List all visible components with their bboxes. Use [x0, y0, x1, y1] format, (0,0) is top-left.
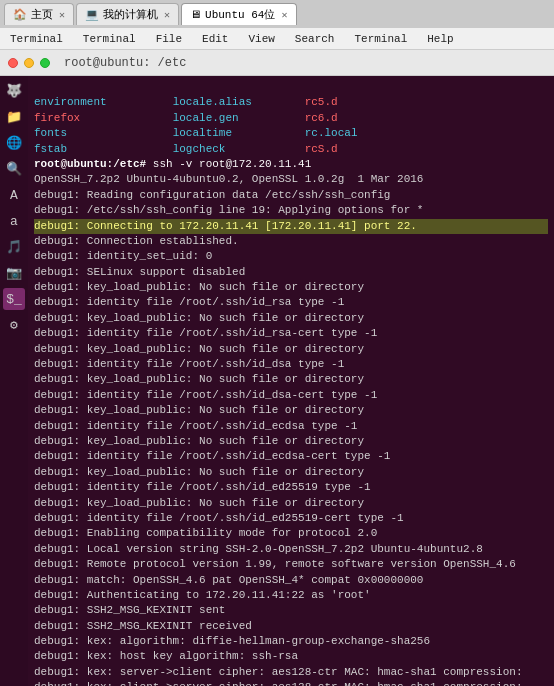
minimize-button[interactable] — [24, 58, 34, 68]
menu-edit[interactable]: Edit — [198, 31, 232, 47]
debug-key2: debug1: key_load_public: No such file or… — [34, 311, 548, 326]
terminal-titlebar: root@ubuntu: /etc — [0, 50, 554, 76]
tab-ubuntu-close[interactable]: ✕ — [281, 9, 287, 21]
tab-ubuntu-label: Ubuntu 64位 — [205, 7, 275, 22]
menu-terminal3[interactable]: Terminal — [350, 31, 411, 47]
debug-idf1: debug1: identity file /root/.ssh/id_rsa … — [34, 295, 548, 310]
command-line: root@ubuntu:/etc# ssh -v root@172.20.11.… — [34, 157, 548, 172]
menu-bar: Terminal Terminal File Edit View Search … — [0, 28, 554, 50]
terminal-title: root@ubuntu: /etc — [64, 56, 186, 70]
openssh-version: OpenSSH_7.2p2 Ubuntu-4ubuntu0.2, OpenSSL… — [34, 172, 548, 187]
home-icon: 🏠 — [13, 8, 27, 21]
maximize-button[interactable] — [40, 58, 50, 68]
tab-mycomputer-label: 我的计算机 — [103, 7, 158, 22]
debug-key3: debug1: key_load_public: No such file or… — [34, 342, 548, 357]
debug-kexinit-sent: debug1: SSH2_MSG_KEXINIT sent — [34, 603, 548, 618]
debug-auth: debug1: Authenticating to 172.20.11.41:2… — [34, 588, 548, 603]
debug-s2c: debug1: kex: server->client cipher: aes1… — [34, 665, 548, 680]
sidebar: 🐺 📁 🌐 🔍 A a 🎵 📷 $_ ⚙ — [0, 76, 28, 686]
debug-kexinit-recv: debug1: SSH2_MSG_KEXINIT received — [34, 619, 548, 634]
debug-c2s: debug1: kex: client->server cipher: aes1… — [34, 680, 548, 686]
menu-view[interactable]: View — [244, 31, 278, 47]
sidebar-icon-7[interactable]: 📷 — [3, 262, 25, 284]
debug-localver: debug1: Local version string SSH-2.0-Ope… — [34, 542, 548, 557]
ubuntu-icon: 🖥 — [190, 8, 201, 21]
main-layout: 🐺 📁 🌐 🔍 A a 🎵 📷 $_ ⚙ environment locale.… — [0, 76, 554, 686]
debug-connecting: debug1: Connecting to 172.20.11.41 [172.… — [34, 219, 548, 234]
tab-ubuntu[interactable]: 🖥 Ubuntu 64位 ✕ — [181, 3, 296, 25]
debug-match: debug1: match: OpenSSH_4.6 pat OpenSSH_4… — [34, 573, 548, 588]
debug-host-key-alg: debug1: kex: host key algorithm: ssh-rsa — [34, 649, 548, 664]
menu-help[interactable]: Help — [423, 31, 457, 47]
debug-key7: debug1: key_load_public: No such file or… — [34, 465, 548, 480]
menu-terminal[interactable]: Terminal — [6, 31, 67, 47]
debug-config: debug1: Reading configuration data /etc/… — [34, 188, 548, 203]
debug-key5: debug1: key_load_public: No such file or… — [34, 403, 548, 418]
sidebar-icon-terminal[interactable]: $_ — [3, 288, 25, 310]
sidebar-icon-settings[interactable]: ⚙ — [3, 314, 25, 336]
debug-uid: debug1: identity_set_uid: 0 — [34, 249, 548, 264]
menu-file[interactable]: File — [152, 31, 186, 47]
menu-terminal2[interactable]: Terminal — [79, 31, 140, 47]
menu-search[interactable]: Search — [291, 31, 339, 47]
debug-compat: debug1: Enabling compatibility mode for … — [34, 526, 548, 541]
sidebar-icon-amazon[interactable]: a — [3, 210, 25, 232]
tab-mycomputer-close[interactable]: ✕ — [164, 9, 170, 21]
debug-idf7: debug1: identity file /root/.ssh/id_ed25… — [34, 480, 548, 495]
debug-key1: debug1: key_load_public: No such file or… — [34, 280, 548, 295]
sidebar-icon-6[interactable]: 🎵 — [3, 236, 25, 258]
close-button[interactable] — [8, 58, 18, 68]
tab-bar: 🏠 主页 ✕ 💻 我的计算机 ✕ 🖥 Ubuntu 64位 ✕ — [0, 0, 554, 28]
debug-idf3: debug1: identity file /root/.ssh/id_dsa … — [34, 357, 548, 372]
terminal-content[interactable]: environment locale.alias rc5.d firefox l… — [28, 76, 554, 686]
debug-key8: debug1: key_load_public: No such file or… — [34, 496, 548, 511]
debug-established: debug1: Connection established. — [34, 234, 548, 249]
sidebar-icon-3[interactable]: 🌐 — [3, 132, 25, 154]
debug-options: debug1: /etc/ssh/ssh_config line 19: App… — [34, 203, 548, 218]
debug-idf5: debug1: identity file /root/.ssh/id_ecds… — [34, 419, 548, 434]
debug-remotever: debug1: Remote protocol version 1.99, re… — [34, 557, 548, 572]
tab-home-label: 主页 — [31, 7, 53, 22]
sidebar-icon-4[interactable]: 🔍 — [3, 158, 25, 180]
debug-key6: debug1: key_load_public: No such file or… — [34, 434, 548, 449]
sidebar-icon-5[interactable]: A — [3, 184, 25, 206]
tab-mycomputer[interactable]: 💻 我的计算机 ✕ — [76, 3, 179, 25]
debug-key4: debug1: key_load_public: No such file or… — [34, 372, 548, 387]
debug-idf6: debug1: identity file /root/.ssh/id_ecds… — [34, 449, 548, 464]
tab-home-close[interactable]: ✕ — [59, 9, 65, 21]
computer-icon: 💻 — [85, 8, 99, 21]
sidebar-icon-1[interactable]: 🐺 — [3, 80, 25, 102]
debug-idf8: debug1: identity file /root/.ssh/id_ed25… — [34, 511, 548, 526]
dir-listing: environment locale.alias rc5.d firefox l… — [34, 95, 548, 157]
sidebar-icon-2[interactable]: 📁 — [3, 106, 25, 128]
debug-idf4: debug1: identity file /root/.ssh/id_dsa-… — [34, 388, 548, 403]
debug-kex-alg: debug1: kex: algorithm: diffie-hellman-g… — [34, 634, 548, 649]
debug-selinux: debug1: SELinux support disabled — [34, 265, 548, 280]
debug-idf2: debug1: identity file /root/.ssh/id_rsa-… — [34, 326, 548, 341]
tab-home[interactable]: 🏠 主页 ✕ — [4, 3, 74, 25]
